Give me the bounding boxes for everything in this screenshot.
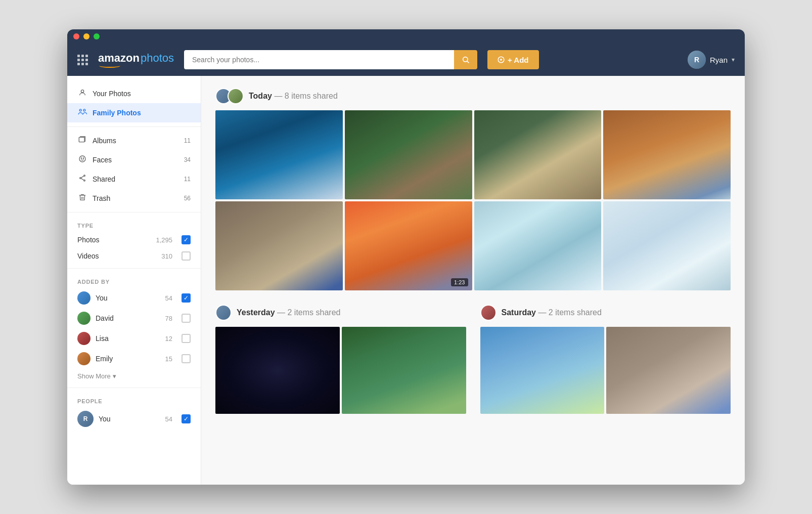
- today-avatars: [215, 88, 244, 104]
- yesterday-photo-grid: [215, 327, 466, 414]
- people-you[interactable]: R You 54: [67, 407, 201, 431]
- today-date-text: Today — 8 items shared: [249, 92, 338, 101]
- logo-photos-text: photos: [141, 52, 174, 65]
- yesterday-group: Yesterday — 2 items shared: [215, 305, 466, 414]
- photo-white-pools[interactable]: [474, 201, 602, 290]
- logo[interactable]: amazonphotos: [98, 52, 174, 68]
- albums-icon: [77, 136, 87, 146]
- svg-point-9: [79, 156, 85, 162]
- main-content: Your Photos Family Photos Albums 11: [67, 76, 745, 485]
- your-photos-icon: [77, 89, 87, 99]
- type-photos-checkbox[interactable]: [182, 235, 191, 244]
- sidebar-item-your-photos[interactable]: Your Photos: [67, 84, 201, 103]
- photo-sky[interactable]: [480, 327, 605, 414]
- type-row-photos[interactable]: Photos 1,295: [67, 232, 201, 248]
- shared-badge: 11: [184, 176, 191, 183]
- photo-sunset-city[interactable]: 1:23: [345, 201, 472, 290]
- sidebar-label-faces: Faces: [93, 156, 112, 164]
- added-emily-avatar: [77, 352, 91, 365]
- added-lisa-count: 12: [165, 335, 172, 342]
- shared-icon: [77, 174, 87, 184]
- sidebar-divider-2: [67, 212, 201, 212]
- sidebar-item-shared[interactable]: Shared 11: [67, 169, 201, 189]
- type-photos-label: Photos: [77, 236, 151, 244]
- sidebar-item-albums[interactable]: Albums 11: [67, 131, 201, 150]
- user-name: Ryan: [710, 56, 728, 64]
- photo-temple[interactable]: [474, 110, 602, 199]
- logo-amazon-text: amazon: [98, 52, 140, 65]
- added-lisa-checkbox[interactable]: [182, 334, 191, 343]
- today-photo-grid: 1:23: [215, 110, 731, 290]
- added-david-checkbox[interactable]: [182, 314, 191, 323]
- maximize-button[interactable]: [94, 33, 100, 39]
- user-menu[interactable]: R Ryan ▾: [688, 51, 735, 69]
- show-more-button[interactable]: Show More ▾: [67, 369, 201, 383]
- app-window: amazonphotos + Add R Ryan ▾: [67, 29, 745, 485]
- photo-desert[interactable]: [603, 110, 731, 199]
- photo-deer[interactable]: [345, 110, 472, 199]
- people-you-avatar: R: [77, 411, 94, 427]
- saturday-date-text: Saturday — 2 items shared: [502, 308, 602, 317]
- yesterday-avatars: [215, 305, 232, 321]
- people-you-name: You: [99, 415, 160, 423]
- svg-rect-8: [79, 137, 84, 142]
- sidebar-label-trash: Trash: [93, 194, 110, 202]
- people-section-label: PEOPLE: [67, 392, 201, 407]
- sidebar-item-trash[interactable]: Trash 56: [67, 189, 201, 208]
- svg-point-14: [84, 180, 85, 181]
- svg-point-13: [80, 178, 81, 179]
- added-you-checkbox[interactable]: [182, 293, 191, 303]
- add-button[interactable]: + Add: [487, 50, 539, 69]
- photo-mountains[interactable]: [342, 327, 466, 414]
- sidebar-label-shared: Shared: [93, 175, 115, 183]
- added-by-emily[interactable]: Emily 15: [67, 349, 201, 369]
- added-you-avatar: [77, 291, 91, 305]
- search-button[interactable]: [454, 50, 477, 69]
- added-you-name: You: [96, 294, 160, 302]
- svg-point-11: [83, 158, 83, 158]
- bottom-section: Yesterday — 2 items shared: [215, 305, 731, 428]
- close-button[interactable]: [73, 33, 79, 39]
- added-lisa-name: Lisa: [96, 334, 160, 342]
- faces-badge: 34: [184, 156, 191, 163]
- added-by-david[interactable]: David 78: [67, 308, 201, 328]
- minimize-button[interactable]: [83, 33, 89, 39]
- sidebar-item-faces[interactable]: Faces 34: [67, 150, 201, 169]
- titlebar: [67, 29, 745, 44]
- search-input[interactable]: [184, 50, 454, 69]
- header: amazonphotos + Add R Ryan ▾: [67, 44, 745, 76]
- faces-icon: [77, 155, 87, 165]
- sidebar-label-family-photos: Family Photos: [93, 109, 141, 117]
- added-you-count: 54: [165, 294, 172, 302]
- svg-point-7: [83, 109, 85, 111]
- today-group: Today — 8 items shared: [215, 88, 731, 290]
- svg-line-16: [81, 179, 83, 180]
- photo-rocks[interactable]: [606, 327, 731, 414]
- type-row-videos[interactable]: Videos 310: [67, 248, 201, 264]
- trash-icon: [77, 193, 87, 203]
- people-you-checkbox[interactable]: [182, 414, 191, 423]
- photo-ocean[interactable]: [215, 110, 343, 199]
- added-emily-count: 15: [165, 355, 172, 363]
- albums-badge: 11: [184, 137, 191, 144]
- type-videos-checkbox[interactable]: [182, 251, 191, 261]
- photo-white-landscape[interactable]: [603, 201, 731, 290]
- photo-ruins[interactable]: [215, 201, 343, 290]
- saturday-header: Saturday — 2 items shared: [480, 305, 731, 321]
- sidebar-divider-1: [67, 126, 201, 127]
- type-videos-label: Videos: [77, 252, 156, 260]
- added-by-label: ADDED BY: [67, 273, 201, 288]
- type-section-label: TYPE: [67, 217, 201, 232]
- added-by-you[interactable]: You 54: [67, 288, 201, 308]
- yesterday-avatar-1: [215, 305, 232, 321]
- added-emily-name: Emily: [96, 355, 160, 363]
- sidebar-divider-3: [67, 268, 201, 269]
- added-by-lisa[interactable]: Lisa 12: [67, 328, 201, 349]
- sidebar: Your Photos Family Photos Albums 11: [67, 76, 201, 485]
- apps-menu-icon[interactable]: [77, 55, 88, 65]
- photo-stars[interactable]: [215, 327, 340, 414]
- show-more-label: Show More: [77, 372, 111, 380]
- added-emily-checkbox[interactable]: [182, 354, 191, 363]
- sidebar-item-family-photos[interactable]: Family Photos: [67, 103, 201, 122]
- type-videos-count: 310: [161, 252, 172, 260]
